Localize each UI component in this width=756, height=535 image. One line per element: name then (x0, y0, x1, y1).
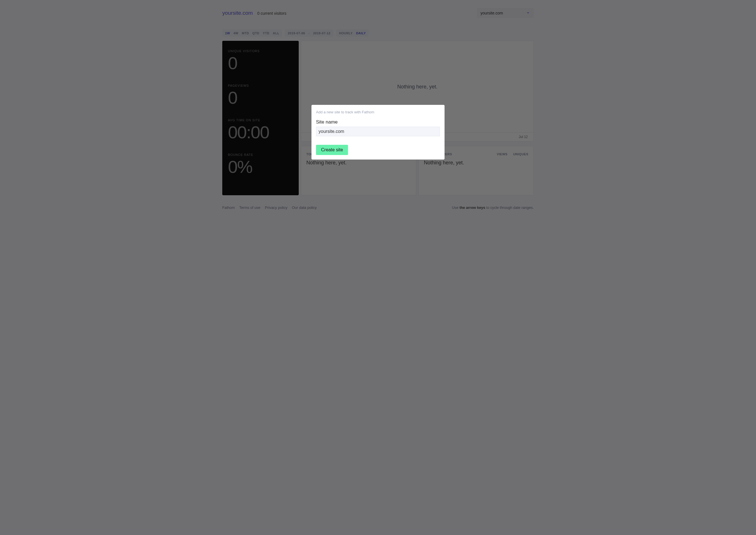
modal-overlay[interactable]: Add a new site to track with Fathom Site… (0, 0, 756, 535)
create-site-button[interactable]: Create site (316, 145, 348, 155)
site-name-input[interactable] (316, 127, 440, 136)
modal-field-label: Site name (316, 119, 440, 125)
modal-subtitle: Add a new site to track with Fathom (316, 110, 440, 114)
add-site-modal: Add a new site to track with Fathom Site… (311, 105, 445, 159)
